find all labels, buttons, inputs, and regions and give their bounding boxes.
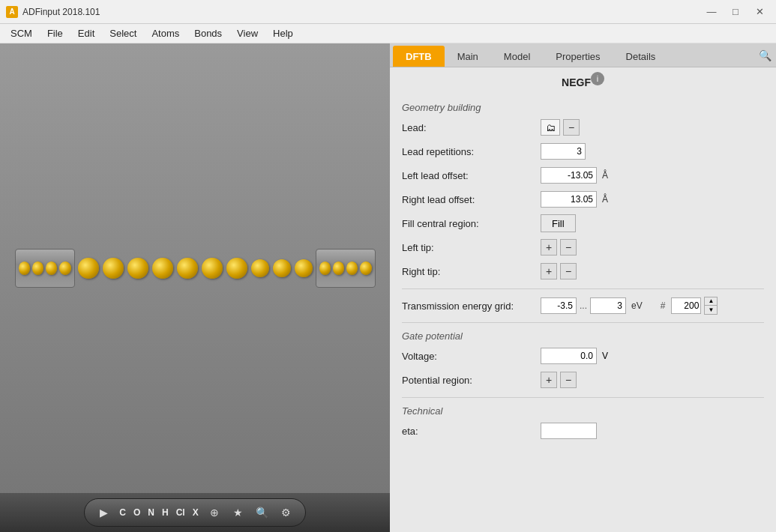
fill-button[interactable]: Fill xyxy=(541,214,576,232)
transmission-grid-row: Transmission energy grid: ... eV # ▲ ▼ xyxy=(402,297,764,315)
eta-input[interactable] xyxy=(541,423,597,439)
left-lead-offset-input[interactable] xyxy=(541,167,597,184)
right-tip-plus-button[interactable]: + xyxy=(541,263,557,279)
atom xyxy=(360,262,371,275)
voltage-unit: V xyxy=(602,351,608,361)
lead-minus-button[interactable]: − xyxy=(563,119,580,136)
menu-help[interactable]: Help xyxy=(265,24,301,43)
menu-scm[interactable]: SCM xyxy=(3,24,40,43)
lead-repetitions-input[interactable] xyxy=(541,143,586,160)
menu-bonds[interactable]: Bonds xyxy=(187,24,229,43)
right-lead-offset-input[interactable] xyxy=(541,191,597,208)
transmission-grid-controls: ... eV # ▲ ▼ xyxy=(541,297,718,315)
menu-edit[interactable]: Edit xyxy=(70,24,102,43)
divider3 xyxy=(402,397,764,398)
right-lead-block xyxy=(316,249,376,288)
voltage-row: Voltage: V xyxy=(402,346,764,366)
hydrogen-tool[interactable]: H xyxy=(162,507,169,518)
molecule-container xyxy=(15,249,376,288)
tab-dftb[interactable]: DFTB xyxy=(393,46,445,67)
right-lead-offset-label: Right lead offset: xyxy=(402,194,541,205)
transmission-end-input[interactable] xyxy=(590,297,626,314)
lead-repetitions-controls xyxy=(541,143,586,160)
left-tip-label: Left tip: xyxy=(402,242,541,253)
spinner-up-button[interactable]: ▲ xyxy=(705,297,717,306)
lead-repetitions-label: Lead repetitions: xyxy=(402,146,541,157)
transmission-count-input[interactable] xyxy=(671,297,701,314)
voltage-input[interactable] xyxy=(541,348,597,364)
lead-row: Lead: 🗂 − xyxy=(402,118,764,137)
menu-view[interactable]: View xyxy=(229,24,265,43)
atom xyxy=(78,258,99,279)
titlebar-left: A ADFinput 2018.101 xyxy=(6,6,100,18)
voltage-label: Voltage: xyxy=(402,351,541,362)
voltage-controls: V xyxy=(541,348,608,364)
left-lead-offset-row: Left lead offset: Å xyxy=(402,166,764,185)
potential-region-plus-button[interactable]: + xyxy=(541,372,557,388)
menu-atoms[interactable]: Atoms xyxy=(144,24,187,43)
tab-model[interactable]: Model xyxy=(491,46,543,67)
transmission-start-input[interactable] xyxy=(541,297,577,314)
right-lead-offset-row: Right lead offset: Å xyxy=(402,190,764,209)
atom xyxy=(103,258,124,279)
atom xyxy=(152,258,173,279)
tab-search-icon[interactable]: 🔍 xyxy=(757,47,773,64)
fill-central-region-label: Fill central region: xyxy=(402,218,541,229)
menu-file[interactable]: File xyxy=(40,24,70,43)
geometry-section-header: Geometry building xyxy=(402,102,764,113)
tab-properties[interactable]: Properties xyxy=(543,46,613,67)
potential-region-row: Potential region: + − xyxy=(402,370,764,390)
app-title: ADFinput 2018.101 xyxy=(22,7,100,17)
x-tool[interactable]: X xyxy=(193,507,199,518)
info-icon[interactable]: i xyxy=(591,72,604,85)
tab-main[interactable]: Main xyxy=(445,46,491,67)
potential-region-controls: + − xyxy=(541,372,577,388)
panel-title: NEGF xyxy=(562,76,591,88)
minimize-button[interactable]: — xyxy=(701,4,722,20)
right-tip-controls: + − xyxy=(541,263,577,279)
viewport-toolbar: ▶ C O N H Cl X ⊕ ★ 🔍 ⚙ xyxy=(0,493,390,532)
left-tip-row: Left tip: + − xyxy=(402,238,764,257)
cursor-tool[interactable]: ▶ xyxy=(95,504,112,521)
left-lead-offset-unit: Å xyxy=(602,170,608,181)
atom xyxy=(346,262,358,275)
potential-region-minus-button[interactable]: − xyxy=(560,372,577,388)
maximize-button[interactable]: □ xyxy=(725,4,746,20)
potential-region-label: Potential region: xyxy=(402,375,541,386)
left-lead-offset-label: Left lead offset: xyxy=(402,170,541,181)
right-lead-offset-unit: Å xyxy=(602,194,608,205)
right-tip-minus-button[interactable]: − xyxy=(560,263,577,279)
right-lead-offset-controls: Å xyxy=(541,191,608,208)
atom xyxy=(127,258,148,279)
add-tool[interactable]: ⊕ xyxy=(206,504,223,521)
menubar: SCM File Edit Select Atoms Bonds View He… xyxy=(0,24,776,43)
left-lead-offset-controls: Å xyxy=(541,167,608,184)
left-tip-minus-button[interactable]: − xyxy=(560,239,577,256)
left-tip-plus-button[interactable]: + xyxy=(541,239,557,256)
tab-details[interactable]: Details xyxy=(613,46,669,67)
settings-tool[interactable]: ⚙ xyxy=(278,504,295,521)
range-separator: ... xyxy=(580,300,587,311)
transmission-count-spinner: ▲ ▼ xyxy=(704,297,718,315)
carbon-tool[interactable]: C xyxy=(119,507,126,518)
spinner-down-button[interactable]: ▼ xyxy=(705,306,717,314)
divider1 xyxy=(402,288,764,289)
atom xyxy=(319,262,331,275)
nitrogen-tool[interactable]: N xyxy=(148,507,154,518)
titlebar: A ADFinput 2018.101 — □ ✕ xyxy=(0,0,776,24)
star-tool[interactable]: ★ xyxy=(230,504,247,521)
fill-controls: Fill xyxy=(541,214,576,232)
lead-folder-button[interactable]: 🗂 xyxy=(541,119,560,136)
left-lead-block xyxy=(15,249,75,288)
transmission-grid-label: Transmission energy grid: xyxy=(402,300,541,312)
chlorine-tool[interactable]: Cl xyxy=(176,507,185,518)
atom xyxy=(59,262,70,275)
menu-select[interactable]: Select xyxy=(102,24,144,43)
close-button[interactable]: ✕ xyxy=(749,4,770,20)
search-tool[interactable]: 🔍 xyxy=(254,504,271,521)
viewport: ▶ C O N H Cl X ⊕ ★ 🔍 ⚙ xyxy=(0,43,390,532)
divider2 xyxy=(402,322,764,323)
oxygen-tool[interactable]: O xyxy=(133,507,140,518)
atom xyxy=(46,262,57,275)
tabs: DFTB Main Model Properties Details xyxy=(393,43,668,67)
